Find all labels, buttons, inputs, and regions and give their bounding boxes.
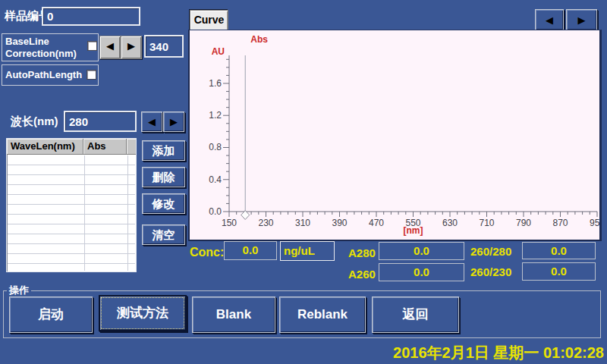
- conc-value: 0.0: [224, 241, 277, 260]
- start-button[interactable]: 启动: [9, 297, 93, 333]
- return-button[interactable]: 返回: [372, 297, 459, 333]
- a280-value: 0.0: [379, 242, 464, 260]
- ratio-260-230-label: 260/230: [470, 265, 511, 278]
- clear-button[interactable]: 清空: [142, 224, 185, 245]
- tick-label: 630: [442, 218, 458, 228]
- blank-button[interactable]: Blank: [192, 297, 275, 333]
- y-axis-title: AU: [212, 46, 225, 57]
- wavelength-decrement-button[interactable]: ◀: [141, 111, 162, 132]
- table-header-wavelen: WaveLen(nm): [7, 139, 83, 155]
- reblank-button[interactable]: Reblank: [279, 297, 366, 333]
- ratio-260-230-value: 0.0: [522, 262, 596, 281]
- table-body[interactable]: [8, 155, 135, 271]
- tick-label: 790: [516, 218, 531, 228]
- tick-label: 1.6: [209, 78, 222, 89]
- autopathlength-label: AutoPathLength: [5, 69, 82, 80]
- tick-label: 710: [479, 218, 494, 228]
- tab-curve[interactable]: Curve: [190, 10, 228, 30]
- tick-label: 870: [552, 218, 568, 228]
- delete-button[interactable]: 删除: [142, 167, 185, 187]
- chart-next-button[interactable]: ▶: [566, 9, 597, 30]
- sample-number-input[interactable]: 0: [42, 7, 140, 26]
- table-column-divider: [84, 155, 85, 271]
- baseline-correction-group: BaseLine Correction(nm): [2, 33, 99, 61]
- left-arrow-icon: ◀: [536, 10, 563, 30]
- tick-label: 310: [295, 218, 310, 228]
- table-header-spare: [127, 139, 136, 155]
- datetime-text: 2016年2月1日 星期一 01:02:28: [393, 343, 604, 363]
- tick-label: 0.0: [209, 206, 222, 217]
- baseline-correction-checkbox[interactable]: [87, 41, 97, 51]
- tick-label: 470: [369, 218, 384, 228]
- wavelength-input[interactable]: 280: [64, 111, 137, 132]
- wavelength-label: 波长(nm): [11, 115, 58, 129]
- ratio-260-280-value: 0.0: [522, 242, 596, 259]
- tick-label: 1.2: [209, 110, 222, 121]
- right-arrow-icon: ▶: [121, 36, 141, 56]
- chart-prev-button[interactable]: ◀: [535, 9, 564, 30]
- operations-legend: 操作: [7, 284, 31, 297]
- ratio-260-280-label: 260/280: [470, 245, 511, 258]
- a260-label: A260: [348, 268, 376, 281]
- wavelength-increment-button[interactable]: ▶: [163, 111, 184, 132]
- autopathlength-checkbox[interactable]: [86, 70, 96, 80]
- baseline-increment-button[interactable]: ▶: [121, 36, 142, 59]
- left-arrow-icon: ◀: [100, 36, 120, 56]
- series-label: Abs: [250, 34, 268, 45]
- right-arrow-icon: ▶: [164, 112, 184, 132]
- tick-label: 0.4: [209, 174, 222, 185]
- x-axis-title: [nm]: [404, 225, 423, 236]
- tick-label: 150: [222, 218, 237, 228]
- autopathlength-group: AutoPathLength: [2, 64, 99, 86]
- add-button[interactable]: 添加: [142, 140, 185, 161]
- test-method-button[interactable]: 测试方法: [99, 295, 187, 331]
- conc-label: Conc:: [190, 246, 224, 259]
- table-header-row: WaveLen(nm) Abs: [7, 139, 136, 155]
- curve-chart-panel: 0.00.40.81.21.61502303103904705506307107…: [188, 30, 602, 241]
- baseline-correction-label: BaseLine Correction(nm): [5, 36, 87, 60]
- table-column-divider: [127, 155, 128, 271]
- modify-button[interactable]: 修改: [142, 193, 185, 214]
- tick-label: 0.8: [209, 142, 222, 152]
- tick-label: 390: [332, 218, 347, 228]
- left-arrow-icon: ◀: [142, 112, 162, 132]
- conc-unit: ng/uL: [280, 241, 335, 261]
- table-header-abs: Abs: [83, 139, 127, 155]
- tick-label: 230: [258, 218, 273, 228]
- a280-label: A280: [348, 246, 376, 259]
- right-arrow-icon: ▶: [567, 10, 596, 30]
- baseline-decrement-button[interactable]: ◀: [99, 36, 121, 59]
- a260-value: 0.0: [379, 263, 464, 281]
- baseline-value-input[interactable]: 340: [144, 35, 184, 58]
- tick-label: 950: [590, 218, 599, 228]
- wavelength-table[interactable]: WaveLen(nm) Abs: [6, 138, 137, 272]
- curve-plot: 0.00.40.81.21.61502303103904705506307107…: [190, 30, 599, 240]
